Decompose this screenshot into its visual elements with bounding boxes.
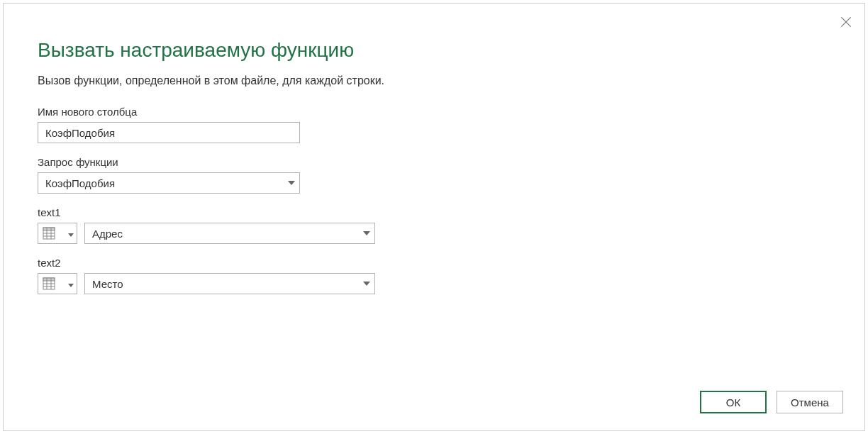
param-text2-value: Место [92, 278, 363, 290]
column-name-input[interactable] [38, 122, 300, 143]
svg-marker-10 [363, 231, 370, 235]
param-text1-value: Адрес [92, 228, 363, 240]
chevron-down-icon [288, 181, 295, 185]
invoke-custom-function-dialog: Вызвать настраиваемую функцию Вызов функ… [3, 3, 865, 431]
svg-rect-4 [43, 228, 55, 230]
function-query-group: Запрос функции КоэфПодобия [38, 156, 830, 194]
function-query-dropdown[interactable]: КоэфПодобия [38, 172, 300, 194]
cancel-button[interactable]: Отмена [777, 391, 843, 413]
svg-marker-17 [68, 284, 74, 287]
param-text2-group: text2 [38, 257, 830, 294]
param-text1-label: text1 [38, 206, 830, 218]
param-text1-dropdown[interactable]: Адрес [84, 223, 375, 244]
column-name-label: Имя нового столбца [38, 106, 830, 118]
function-query-value: КоэфПодобия [45, 177, 288, 189]
param-text2-type-picker[interactable] [38, 273, 77, 294]
chevron-down-icon [363, 231, 370, 235]
ok-button[interactable]: ОК [700, 391, 767, 413]
function-query-label: Запрос функции [38, 156, 830, 168]
param-text1-type-picker[interactable] [38, 223, 77, 244]
chevron-down-icon [68, 277, 74, 290]
param-text2-label: text2 [38, 257, 830, 269]
svg-marker-18 [363, 282, 370, 286]
close-button[interactable] [838, 13, 855, 30]
svg-marker-2 [288, 181, 295, 185]
svg-marker-9 [68, 233, 74, 237]
table-column-icon [42, 277, 56, 291]
dialog-footer: ОК Отмена [700, 391, 843, 413]
close-icon [839, 15, 853, 29]
chevron-down-icon [363, 282, 370, 286]
dialog-subtitle: Вызов функции, определенной в этом файле… [38, 74, 830, 87]
param-text1-group: text1 [38, 206, 830, 244]
chevron-down-icon [68, 227, 74, 240]
svg-rect-12 [43, 278, 55, 281]
column-name-group: Имя нового столбца [38, 106, 830, 143]
dialog-title: Вызвать настраиваемую функцию [38, 39, 830, 62]
table-column-icon [42, 226, 56, 240]
dialog-content: Вызвать настраиваемую функцию Вызов функ… [4, 4, 864, 294]
param-text2-dropdown[interactable]: Место [84, 273, 375, 294]
